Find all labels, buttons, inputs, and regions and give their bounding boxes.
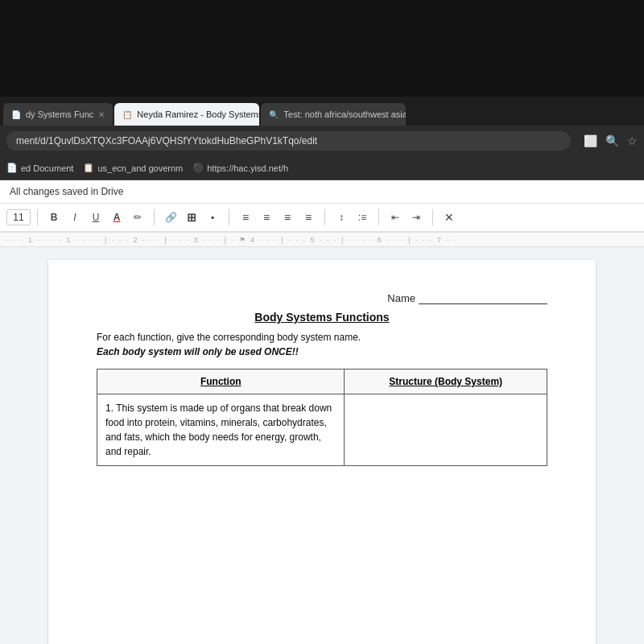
search-icon[interactable]: 🔍: [605, 134, 619, 147]
indent-more-button[interactable]: ⇥: [407, 208, 426, 227]
doc-instruction-2: Each body system will only be used ONCE!…: [97, 346, 547, 357]
tab-body-systems-1[interactable]: 📄 dy Systems Func ✕: [3, 103, 113, 126]
toolbar-sep-2: [154, 209, 155, 225]
toolbar-sep-6: [432, 209, 433, 225]
doc-page-wrapper: Name Body Systems Functions For each fun…: [0, 247, 644, 644]
toolbar-indent-group: ⇤ ⇥: [386, 208, 426, 227]
tab-label-2: Neyda Ramirez - Body Systems F: [137, 109, 259, 119]
table-header-row: Function Structure (Body System): [97, 369, 547, 394]
bookmark-label-1: ed Document: [21, 163, 73, 173]
toolbar-spacing-group: ↕ :≡: [332, 208, 372, 227]
toolbar-sep-3: [229, 209, 229, 225]
bold-button[interactable]: B: [44, 208, 64, 227]
clear-format-button[interactable]: ✕: [440, 208, 459, 227]
url-text: ment/d/1QuvlDsXTQXc3FOAAj6VQHSfYYtokdHuB…: [16, 135, 561, 147]
name-label: Name: [387, 292, 415, 304]
italic-button[interactable]: I: [65, 208, 85, 227]
toolbar-insert-group: 🔗 ⊞ ▪: [161, 208, 222, 227]
gdocs-chrome: All changes saved in Drive B I U A ✏ 🔗: [0, 180, 644, 233]
col-structure-header: Structure (Body System): [345, 369, 547, 394]
address-bar-icons: ⬜ 🔍 ☆: [584, 134, 638, 147]
ruler: · · · 1 · · · · 1 · · · · | · · · 2 · · …: [0, 233, 644, 247]
address-bar-row: ment/d/1QuvlDsXTQXc3FOAAj6VQHSfYYtokdHuB…: [0, 126, 644, 156]
bookmark-us-ecn[interactable]: 📋 us_ecn_and governm: [83, 163, 183, 173]
link-button[interactable]: 🔗: [161, 208, 180, 227]
gdocs-status-bar: All changes saved in Drive: [0, 180, 644, 203]
doc-instruction-1: For each function, give the correspondin…: [97, 332, 547, 343]
table-row: 1. This system is made up of organs that…: [97, 394, 547, 466]
address-bar[interactable]: ment/d/1QuvlDsXTQXc3FOAAj6VQHSfYYtokdHuB…: [6, 131, 571, 151]
document-area: All changes saved in Drive B I U A ✏ 🔗: [0, 180, 644, 644]
highlight-button[interactable]: ✏: [128, 208, 147, 227]
gdocs-toolbar: B I U A ✏ 🔗 ⊞ ▪ ≡ ≡ ≡ ≡: [0, 203, 644, 232]
align-left-button[interactable]: ≡: [236, 208, 255, 227]
tab-close-1[interactable]: ✕: [98, 110, 105, 119]
bookmarks-bar: 📄 ed Document 📋 us_ecn_and governm ⚫ htt…: [0, 156, 644, 180]
align-justify-button[interactable]: ≡: [299, 208, 318, 227]
save-status: All changes saved in Drive: [10, 186, 123, 197]
col-function-header: Function: [97, 369, 345, 394]
tab-icon-1: 📄: [11, 110, 21, 119]
body-systems-table: Function Structure (Body System) 1. This…: [97, 369, 547, 466]
doc-title: Body Systems Functions: [97, 311, 547, 324]
bookmark-ed-document[interactable]: 📄 ed Document: [6, 163, 73, 173]
font-color-button[interactable]: A: [107, 208, 126, 227]
toolbar-text-format-group: B I U A ✏: [44, 208, 147, 227]
bookmark-icon-3: ⚫: [192, 163, 204, 173]
name-line: Name: [97, 292, 547, 304]
table-cell-function-1: 1. This system is made up of organs that…: [97, 394, 345, 466]
top-dark-area: [0, 0, 644, 97]
toolbar-sep-4: [324, 209, 325, 225]
tab-bar: 📄 dy Systems Func ✕ 📋 Neyda Ramirez - Bo…: [0, 97, 644, 126]
bookmark-hac[interactable]: ⚫ https://hac.yisd.net/h: [192, 163, 288, 173]
name-underline: [419, 292, 547, 304]
line-spacing-button[interactable]: ↕: [332, 208, 351, 227]
align-center-button[interactable]: ≡: [257, 208, 276, 227]
table-cell-structure-1[interactable]: [345, 394, 547, 466]
tab-label-1: dy Systems Func: [26, 109, 93, 119]
align-right-button[interactable]: ≡: [278, 208, 297, 227]
tab-label-3: Test: noth africa/southwest asia: [283, 109, 406, 119]
ruler-marks: · · · 1 · · · · 1 · · · · | · · · 2 · · …: [6, 236, 457, 244]
bookmark-label-3: https://hac.yisd.net/h: [207, 163, 288, 173]
doc-page: Name Body Systems Functions For each fun…: [48, 260, 596, 644]
toolbar-sep-1: [37, 209, 38, 225]
bookmark-label-2: us_ecn_and governm: [97, 163, 183, 173]
browser-window: 📄 dy Systems Func ✕ 📋 Neyda Ramirez - Bo…: [0, 97, 644, 644]
tab-icon-3: 🔍: [269, 110, 279, 119]
bookmark-icon-2: 📋: [83, 163, 94, 173]
bookmark-icon-1: 📄: [6, 163, 18, 173]
bookmark-star-icon[interactable]: ☆: [627, 134, 638, 147]
underline-button[interactable]: U: [86, 208, 105, 227]
insert-plus-button[interactable]: ⊞: [182, 208, 201, 227]
list-numbered-button[interactable]: :≡: [353, 208, 372, 227]
indent-less-button[interactable]: ⇤: [386, 208, 405, 227]
toolbar-sep-5: [378, 209, 379, 225]
tab-test[interactable]: 🔍 Test: noth africa/southwest asia ✕: [261, 103, 406, 126]
toolbar-align-group: ≡ ≡ ≡ ≡: [236, 208, 318, 227]
tab-icon-2: 📋: [122, 110, 132, 119]
tab-neyda-ramirez[interactable]: 📋 Neyda Ramirez - Body Systems F ✕: [114, 103, 259, 126]
toolbar-font-size-group: [6, 209, 31, 225]
image-button[interactable]: ▪: [203, 208, 222, 227]
external-link-icon[interactable]: ⬜: [584, 134, 597, 147]
font-size-input[interactable]: [6, 209, 31, 225]
